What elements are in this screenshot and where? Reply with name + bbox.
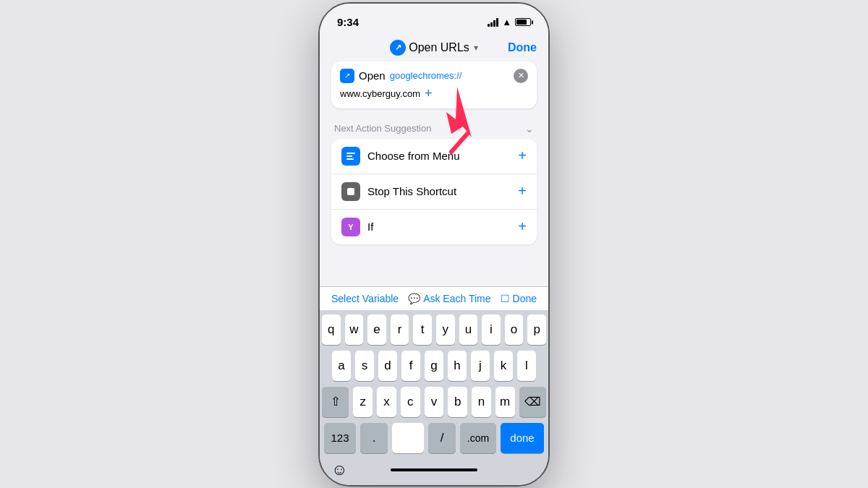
open-url-left: ↗ Open googlechromes:// — [340, 69, 461, 83]
nav-bar: ↗ Open URLs ▾ Done — [320, 35, 548, 61]
key-k[interactable]: k — [494, 351, 513, 381]
keyboard: q w e r t y u i o p a s d f g h j k — [320, 310, 548, 423]
period-key[interactable]: . — [360, 423, 388, 453]
key-w[interactable]: w — [345, 314, 364, 345]
action-list: Choose from Menu + Stop This Shortcut — [331, 139, 537, 244]
dotcom-key[interactable]: .com — [460, 423, 496, 453]
home-indicator — [391, 468, 477, 471]
nav-title-text: Open URLs — [409, 41, 469, 54]
key-j[interactable]: j — [471, 351, 490, 381]
numbers-key[interactable]: 123 — [324, 423, 356, 453]
select-variable-button[interactable]: Select Variable — [331, 293, 399, 304]
key-r[interactable]: r — [391, 314, 409, 345]
shortcut-action-icon: ↗ — [340, 69, 354, 83]
key-g[interactable]: g — [425, 351, 443, 381]
emoji-button[interactable]: ☺ — [331, 461, 347, 479]
key-h[interactable]: h — [448, 351, 467, 381]
ask-each-time-button[interactable]: 💬 Ask Each Time — [408, 293, 490, 304]
action-item-choose-menu[interactable]: Choose from Menu + — [331, 139, 537, 174]
key-o[interactable]: o — [505, 314, 524, 345]
keyboard-emoji-row: ☺ — [320, 458, 548, 485]
keyboard-row-2: a s d f g h j k l — [322, 351, 546, 381]
keyboard-bottom-row: 123 . / .com done — [320, 423, 548, 458]
shortcuts-icon: ↗ — [390, 40, 406, 56]
signal-icon — [488, 18, 498, 27]
status-bar: 9:34 ▲ — [320, 4, 548, 35]
add-url-button[interactable]: + — [425, 86, 433, 101]
key-q[interactable]: q — [322, 314, 341, 345]
key-x[interactable]: x — [377, 387, 396, 417]
add-choose-menu-button[interactable]: + — [518, 147, 527, 164]
shift-key[interactable]: ⇧ — [322, 387, 349, 417]
battery-icon — [515, 18, 531, 26]
message-icon: 💬 — [408, 293, 420, 304]
action-item-stop-shortcut[interactable]: Stop This Shortcut + — [331, 174, 537, 210]
key-u[interactable]: u — [459, 314, 478, 345]
key-c[interactable]: c — [401, 387, 420, 417]
open-url-card: ↗ Open googlechromes:// ✕ www.cyberguy.c… — [331, 61, 537, 108]
key-f[interactable]: f — [401, 351, 420, 381]
choose-menu-icon — [341, 147, 360, 166]
url-scheme-text[interactable]: googlechromes:// — [390, 70, 462, 81]
next-action-chevron-icon[interactable]: ⌄ — [525, 123, 534, 134]
open-url-bottom: www.cyberguy.com + — [340, 86, 528, 101]
slash-key[interactable]: / — [428, 423, 456, 453]
nav-chevron-icon: ▾ — [474, 43, 478, 53]
keyboard-row-3: ⇧ z x c v b n m ⌫ — [322, 387, 546, 417]
close-url-button[interactable]: ✕ — [514, 69, 528, 83]
nav-done-button[interactable]: Done — [508, 41, 537, 54]
action-item-if[interactable]: Y If + — [331, 210, 537, 244]
next-action-header: Next Action Suggestion ⌄ — [331, 117, 537, 139]
stop-shortcut-icon — [341, 182, 360, 201]
key-n[interactable]: n — [472, 387, 491, 417]
keyboard-toolbar: Select Variable 💬 Ask Each Time ☐ Done — [320, 286, 548, 310]
done-key[interactable]: done — [501, 423, 544, 453]
key-m[interactable]: m — [495, 387, 515, 417]
main-content: ↗ Open googlechromes:// ✕ www.cyberguy.c… — [320, 61, 548, 286]
checkbox-icon: ☐ — [501, 293, 510, 304]
nav-title: ↗ Open URLs ▾ — [390, 40, 478, 56]
add-if-button[interactable]: + — [518, 218, 527, 235]
delete-key[interactable]: ⌫ — [519, 387, 546, 417]
choose-menu-label: Choose from Menu — [367, 150, 460, 162]
status-icons: ▲ — [488, 17, 531, 27]
key-i[interactable]: i — [482, 314, 501, 345]
url-domain-text[interactable]: www.cyberguy.com — [340, 88, 420, 99]
svg-rect-3 — [346, 155, 352, 157]
keyboard-toolbar-done-button[interactable]: ☐ Done — [501, 293, 537, 304]
key-t[interactable]: t — [413, 314, 432, 345]
space-key[interactable] — [392, 423, 424, 453]
if-icon: Y — [341, 218, 360, 236]
if-label: If — [367, 221, 373, 233]
svg-rect-4 — [346, 158, 354, 160]
key-z[interactable]: z — [353, 387, 373, 417]
key-p[interactable]: p — [527, 314, 546, 345]
stop-shortcut-label: Stop This Shortcut — [367, 185, 456, 197]
open-url-header: ↗ Open googlechromes:// ✕ — [340, 69, 528, 83]
key-a[interactable]: a — [332, 351, 351, 381]
status-time: 9:34 — [337, 16, 359, 28]
key-y[interactable]: y — [436, 314, 455, 345]
key-d[interactable]: d — [378, 351, 397, 381]
svg-rect-5 — [347, 188, 354, 195]
key-s[interactable]: s — [355, 351, 374, 381]
open-label: Open — [359, 69, 386, 82]
next-action-label: Next Action Suggestion — [334, 123, 431, 134]
keyboard-row-1: q w e r t y u i o p — [322, 314, 546, 345]
add-stop-shortcut-button[interactable]: + — [518, 183, 527, 200]
key-b[interactable]: b — [448, 387, 467, 417]
key-v[interactable]: v — [425, 387, 444, 417]
wifi-icon: ▲ — [502, 17, 511, 27]
key-l[interactable]: l — [517, 351, 536, 381]
svg-rect-2 — [346, 153, 355, 154]
key-e[interactable]: e — [367, 314, 386, 345]
